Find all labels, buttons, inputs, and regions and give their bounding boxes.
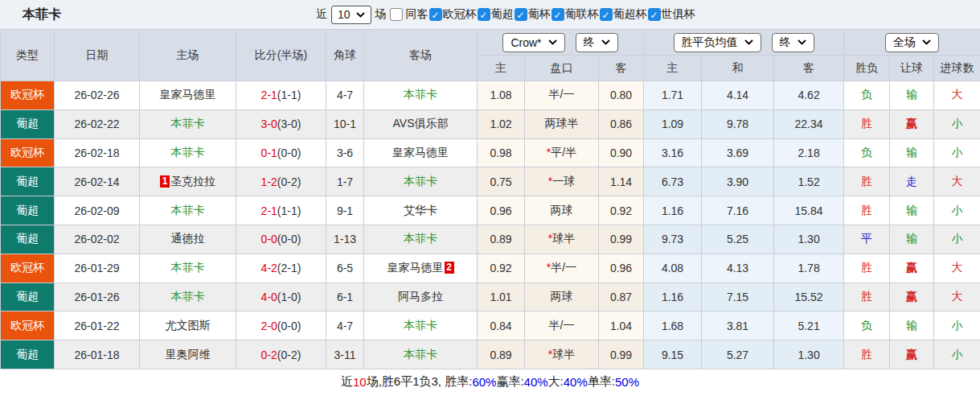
home-team-name: 圣克拉拉 (170, 175, 215, 188)
league-badge: 葡超 (1, 109, 55, 138)
match-date: 26-02-26 (55, 81, 140, 110)
checkbox-icon[interactable]: ✓ (648, 8, 661, 21)
avg-draw-odds: 7.16 (702, 196, 774, 225)
league-filter-葡杯[interactable]: ✓葡杯 (514, 7, 551, 22)
same-opponent-checkbox[interactable] (390, 8, 403, 21)
sub-header-goals: 进球数 (934, 56, 980, 81)
asia-handicap: *平/半 (525, 138, 599, 167)
checkbox-icon[interactable]: ✓ (552, 8, 564, 21)
halftime-score: (0-2) (277, 349, 301, 361)
avg-home-odds: 9.73 (644, 225, 702, 254)
table-row: 葡超26-02-09本菲卡2-1(1-1)9-1艾华卡0.96两球0.921.1… (1, 196, 980, 225)
result-goals: 大 (934, 167, 980, 196)
fulltime-score: 0-0 (261, 233, 277, 245)
checkbox-icon[interactable]: ✓ (478, 8, 490, 21)
result-goals: 大 (934, 81, 980, 110)
chevron-down-icon (601, 39, 610, 45)
away-team: 本菲卡 (364, 311, 478, 340)
result-outcome: 胜 (844, 254, 890, 283)
summary-footer: 近10场,胜6平1负3, 胜率:60% 赢率:40% 大:40% 单率:50% (0, 369, 980, 395)
avg-odds-select[interactable]: 胜平负均值 (674, 33, 761, 52)
league-filter-葡超杯[interactable]: ✓葡超杯 (599, 7, 647, 22)
score: 3-0(3-0) (236, 109, 326, 138)
asia-away-odds: 0.99 (599, 340, 644, 369)
avg-home-odds: 1.09 (644, 109, 702, 138)
league-filter-group: ✓欧冠杯✓葡超✓葡杯✓葡联杯✓葡超杯✓世俱杯 (428, 7, 695, 22)
avg-home-odds: 3.16 (644, 138, 702, 167)
league-badge: 葡超 (1, 225, 55, 254)
avg-odds-section: 胜平负均值 终 (644, 30, 844, 56)
summary-segment: 10 (353, 375, 367, 389)
result-outcome: 胜 (844, 109, 890, 138)
away-team: 本菲卡 (364, 340, 478, 369)
avg-home-odds: 9.15 (644, 340, 702, 369)
recent-prefix-label: 近 (316, 7, 327, 22)
home-team: 本菲卡 (140, 138, 236, 167)
match-date: 26-02-02 (55, 225, 140, 254)
checkbox-icon[interactable]: ✓ (515, 8, 527, 21)
home-team: 本菲卡 (140, 283, 236, 311)
asia-home-odds: 0.89 (478, 340, 525, 369)
recent-suffix-label: 场 (375, 7, 387, 22)
result-goals: 小 (934, 311, 980, 340)
league-filter-葡联杯[interactable]: ✓葡联杯 (551, 7, 599, 22)
corners: 6-1 (326, 283, 364, 311)
corners: 3-11 (326, 340, 364, 369)
result-goals: 小 (934, 109, 980, 138)
summary-segment: 单率: (588, 374, 615, 390)
avg-away-odds: 1.30 (774, 225, 844, 254)
table-row: 欧冠杯26-02-18本菲卡0-1(0-0)3-6皇家马德里0.98*平/半0.… (1, 138, 980, 167)
same-opponent-label[interactable]: 同客 (406, 7, 428, 22)
bookmaker-select[interactable]: Crow* (502, 33, 564, 52)
asia-home-odds: 0.92 (478, 254, 525, 283)
chevron-down-icon (922, 39, 931, 45)
bookmaker-time-select[interactable]: 终 (576, 33, 618, 52)
avg-time-select[interactable]: 终 (772, 33, 814, 52)
league-badge: 欧冠杯 (1, 311, 55, 340)
summary-segment: 40% (524, 375, 548, 389)
result-outcome: 胜 (844, 340, 890, 369)
checkbox-icon[interactable]: ✓ (600, 8, 613, 21)
league-filter-欧冠杯[interactable]: ✓欧冠杯 (428, 7, 477, 22)
avg-draw-odds: 3.90 (702, 167, 774, 196)
away-team-name: 本菲卡 (404, 88, 437, 101)
fulltime-score: 2-1 (261, 204, 277, 217)
checkbox-icon[interactable]: ✓ (429, 8, 442, 21)
recent-count-select[interactable]: 10 (331, 6, 371, 24)
league-badge: 葡超 (1, 196, 55, 225)
halftime-score: (0-2) (277, 175, 301, 188)
fulltime-score: 0-1 (261, 146, 277, 159)
away-team-name: 艾华卡 (404, 204, 437, 217)
result-handicap: 输 (890, 138, 934, 167)
corners: 6-5 (326, 254, 364, 283)
filter-bar: 近 10 场 同客 ✓欧冠杯✓葡超✓葡杯✓葡联杯✓葡超杯✓世俱杯 (316, 0, 695, 29)
avg-home-odds: 1.16 (644, 196, 702, 225)
score: 0-1(0-0) (236, 138, 326, 167)
col-header-away: 客场 (364, 30, 478, 81)
result-handicap: 赢 (890, 109, 934, 138)
league-filter-世俱杯[interactable]: ✓世俱杯 (647, 7, 695, 22)
league-badge: 欧冠杯 (1, 81, 55, 110)
avg-home-odds: 1.16 (644, 283, 702, 311)
topbar: 本菲卡 近 10 场 同客 ✓欧冠杯✓葡超✓葡杯✓葡联杯✓葡超杯✓世俱杯 (0, 0, 980, 29)
avg-draw-odds: 5.27 (702, 340, 774, 369)
avg-away-odds: 5.21 (774, 311, 844, 340)
red-card-badge: 1 (160, 175, 170, 188)
away-team-name: 皇家马德里 (387, 261, 444, 274)
result-outcome: 负 (844, 311, 890, 340)
home-team-name: 里奥阿维 (166, 348, 211, 361)
result-outcome: 胜 (844, 283, 890, 311)
result-handicap: 输 (890, 311, 934, 340)
result-outcome: 平 (844, 225, 890, 254)
fulltime-score: 3-0 (261, 118, 277, 130)
match-date: 26-02-22 (55, 109, 140, 138)
asia-home-odds: 1.02 (478, 109, 525, 138)
league-badge: 欧冠杯 (1, 254, 55, 283)
scope-select[interactable]: 全场 (885, 33, 939, 52)
avg-away-odds: 22.34 (774, 109, 844, 138)
page-title: 本菲卡 (23, 6, 61, 23)
league-filter-葡超[interactable]: ✓葡超 (477, 7, 514, 22)
match-date: 26-01-18 (55, 340, 140, 369)
league-filter-label: 葡联杯 (565, 7, 599, 22)
asia-home-odds: 0.84 (478, 311, 525, 340)
